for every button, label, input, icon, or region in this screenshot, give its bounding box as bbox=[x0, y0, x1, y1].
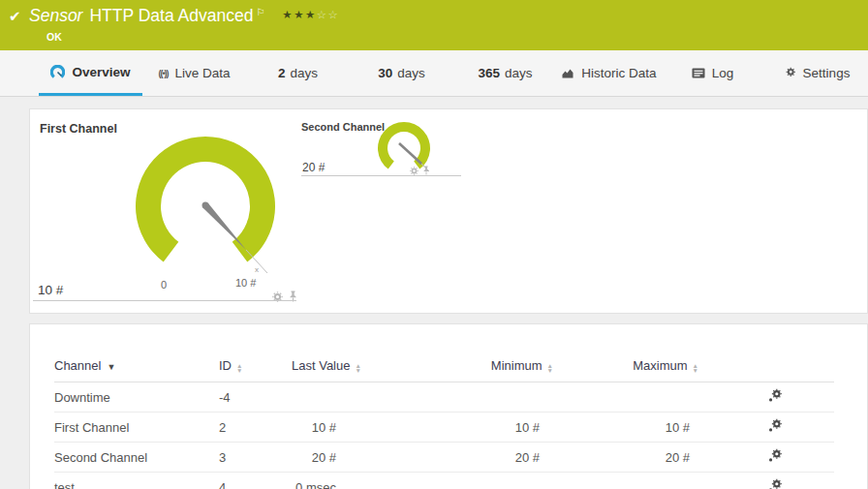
tab-number: 2 bbox=[278, 66, 286, 80]
cell-id: -4 bbox=[219, 382, 292, 413]
channel-settings-icon[interactable] bbox=[768, 388, 783, 403]
column-header-id[interactable]: ID▲▼ bbox=[219, 358, 292, 382]
column-header-maximum[interactable]: Maximum▲▼ bbox=[567, 358, 712, 382]
sort-icon: ▲▼ bbox=[236, 363, 242, 373]
tab-label: Historic Data bbox=[581, 66, 656, 80]
gauge-icon bbox=[50, 65, 65, 79]
tab-number: 30 bbox=[378, 66, 392, 80]
cell-maximum bbox=[567, 382, 712, 413]
cell-id: 4 bbox=[219, 473, 292, 489]
tile-underline bbox=[33, 300, 296, 301]
tab-number: 365 bbox=[478, 66, 500, 80]
sensor-status-header: ✔ Sensor HTTP Data Advanced ⚐ ★★★☆☆ OK bbox=[0, 0, 868, 50]
status-badge: OK bbox=[46, 31, 62, 43]
gauge-scale-max: 10 # bbox=[235, 277, 256, 289]
column-header-last-value[interactable]: Last Value▲▼ bbox=[292, 358, 363, 382]
gauges-panel: First Channel 0 10 # x 10 # Second Chann… bbox=[29, 108, 868, 314]
tab-label: Settings bbox=[803, 66, 851, 80]
gear-icon bbox=[783, 67, 796, 80]
gauge-needle-marker: x bbox=[255, 265, 259, 274]
cell-channel[interactable]: Downtime bbox=[54, 382, 219, 413]
object-kind-label: Sensor bbox=[29, 6, 82, 26]
cell-minimum bbox=[363, 382, 567, 413]
tab-live-data[interactable]: ((•)) Live Data bbox=[142, 50, 246, 96]
sort-icon: ▲▼ bbox=[547, 363, 553, 373]
tab-label: days bbox=[397, 66, 425, 80]
cell-channel[interactable]: Second Channel bbox=[54, 443, 219, 473]
sort-icon: ▲▼ bbox=[355, 363, 360, 373]
table-row[interactable]: Downtime -4 bbox=[54, 382, 834, 413]
cell-minimum: 10 # bbox=[363, 413, 567, 443]
stars-empty: ☆☆ bbox=[317, 9, 340, 20]
gauge-needle bbox=[202, 203, 246, 250]
log-icon bbox=[692, 68, 705, 78]
tab-30-days[interactable]: 30 days bbox=[350, 50, 453, 96]
cell-maximum: 10 # bbox=[567, 413, 712, 443]
tab-2-days[interactable]: 2 days bbox=[246, 50, 350, 96]
table-row[interactable]: Second Channel 3 20 # 20 # 20 # bbox=[54, 443, 834, 473]
tab-label: Log bbox=[712, 66, 734, 80]
channels-panel: Channel▼ ID▲▼ Last Value▲▼ Minimum▲▼ Max… bbox=[29, 323, 868, 489]
tab-label: days bbox=[290, 66, 318, 80]
secondary-channel-value: 20 # bbox=[302, 161, 325, 174]
cell-maximum: 20 # bbox=[567, 443, 712, 473]
tab-historic-data[interactable]: Historic Data bbox=[557, 50, 661, 96]
tab-label: Overview bbox=[72, 65, 130, 79]
ok-check-icon: ✔ bbox=[9, 8, 21, 25]
cell-channel[interactable]: First Channel bbox=[54, 413, 219, 443]
sort-icon: ▲▼ bbox=[693, 363, 698, 373]
tab-overview[interactable]: Overview bbox=[39, 50, 142, 96]
cell-minimum: 20 # bbox=[363, 443, 567, 473]
cell-last-value bbox=[292, 382, 363, 413]
pin-icon[interactable] bbox=[422, 166, 430, 175]
cell-minimum bbox=[363, 473, 567, 489]
cell-id: 3 bbox=[219, 443, 292, 473]
stars-filled: ★★★ bbox=[282, 9, 316, 20]
cell-channel[interactable]: test bbox=[54, 473, 219, 489]
column-header-minimum[interactable]: Minimum▲▼ bbox=[363, 358, 567, 382]
tab-365-days[interactable]: 365 days bbox=[453, 50, 557, 96]
channel-gear-icon[interactable] bbox=[410, 167, 418, 175]
column-header-channel[interactable]: Channel▼ bbox=[54, 358, 219, 382]
column-header-actions bbox=[712, 358, 834, 382]
table-row[interactable]: test 4 0 msec bbox=[54, 473, 834, 489]
secondary-gauge bbox=[365, 111, 443, 189]
primary-channel-value: 10 # bbox=[38, 283, 63, 297]
area-chart-icon bbox=[561, 68, 574, 79]
gauge-scale-min: 0 bbox=[156, 279, 171, 290]
channel-settings-icon[interactable] bbox=[768, 418, 783, 433]
tab-log[interactable]: Log bbox=[661, 50, 764, 96]
table-row[interactable]: First Channel 2 10 # 10 # 10 # bbox=[54, 413, 834, 443]
table-header-row: Channel▼ ID▲▼ Last Value▲▼ Minimum▲▼ Max… bbox=[54, 358, 834, 382]
cell-last-value: 0 msec bbox=[292, 473, 363, 489]
flag-icon[interactable]: ⚐ bbox=[256, 7, 264, 17]
sensor-title-row: Sensor HTTP Data Advanced ⚐ ★★★☆☆ bbox=[29, 6, 339, 26]
sensor-title: HTTP Data Advanced bbox=[89, 6, 253, 26]
channel-settings-icon[interactable] bbox=[768, 448, 783, 463]
cell-id: 2 bbox=[219, 413, 292, 443]
cell-last-value: 20 # bbox=[292, 443, 363, 473]
tab-label: days bbox=[505, 66, 533, 80]
cell-last-value: 10 # bbox=[292, 413, 363, 443]
channels-table: Channel▼ ID▲▼ Last Value▲▼ Minimum▲▼ Max… bbox=[54, 358, 834, 489]
live-data-icon: ((•)) bbox=[158, 69, 168, 78]
tile-underline bbox=[301, 175, 461, 176]
primary-gauge bbox=[99, 109, 312, 303]
cell-maximum bbox=[567, 473, 712, 489]
gauge-needle bbox=[399, 143, 421, 164]
tab-settings[interactable]: Settings bbox=[764, 50, 868, 96]
priority-stars[interactable]: ★★★☆☆ bbox=[282, 8, 339, 21]
tab-bar: Overview ((•)) Live Data 2 days 30 days … bbox=[0, 50, 868, 97]
sort-desc-icon: ▼ bbox=[107, 362, 115, 372]
channel-settings-icon[interactable] bbox=[768, 478, 783, 489]
tab-label: Live Data bbox=[175, 66, 231, 80]
